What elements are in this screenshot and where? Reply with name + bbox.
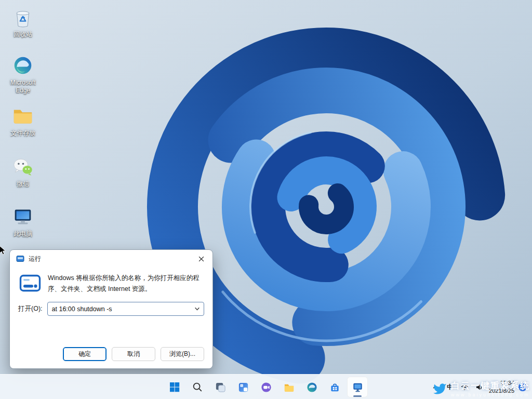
taskbar-center: [163, 375, 369, 399]
file-explorer-button[interactable]: [278, 377, 299, 397]
desktop-icon-microsoft-edge[interactable]: Microsoft Edge: [3, 54, 43, 95]
cancel-button[interactable]: 取消: [112, 347, 155, 361]
search-button[interactable]: [187, 377, 208, 397]
run-program-icon: [19, 273, 41, 293]
this-pc-icon: [11, 205, 35, 229]
run-command-combobox[interactable]: [47, 302, 204, 316]
taskbar-clock[interactable]: 15:34 2021/8/25: [488, 379, 515, 395]
run-dialog-titlebar[interactable]: 运行: [10, 250, 212, 268]
task-view-icon: [215, 381, 227, 393]
ime-indicator[interactable]: 中: [444, 381, 456, 393]
chevron-up-icon[interactable]: [430, 381, 441, 393]
folder-icon: [11, 104, 35, 128]
recycle-bin-icon: [11, 5, 35, 29]
run-dialog-title: 运行: [29, 255, 41, 263]
store-icon: [329, 381, 341, 393]
desktop-icon-this-pc[interactable]: 此电脑: [3, 205, 43, 238]
mouse-cursor: [0, 245, 6, 256]
notification-badge[interactable]: 2: [518, 383, 527, 391]
chevron-down-icon[interactable]: [190, 302, 204, 315]
store-button[interactable]: [324, 377, 345, 397]
task-view-button[interactable]: [210, 377, 231, 397]
file-explorer-icon: [283, 381, 295, 393]
clock-date: 2021/8/25: [489, 387, 514, 395]
widgets-button[interactable]: [233, 377, 254, 397]
start-icon: [168, 381, 181, 393]
desktop-icon-label: Microsoft Edge: [3, 79, 43, 95]
desktop-icon-label: 文件存放: [10, 129, 35, 137]
wechat-icon: [11, 155, 35, 179]
chat-icon: [260, 381, 272, 393]
desktop-icon-label: 微信: [17, 180, 29, 188]
taskbar-tray: 中 15:34 2021/8/25 2: [430, 375, 532, 399]
taskbar: 中 15:34 2021/8/25 2: [0, 374, 532, 399]
run-dialog-description: Windows 将根据你所输入的名称，为你打开相应的程序、文件夹、文档或 Int…: [48, 273, 204, 294]
reinstall-tool-button[interactable]: [347, 377, 368, 397]
reinstall-tool-icon: [352, 381, 364, 393]
desktop-icon-label: 回收站: [14, 31, 32, 38]
run-dialog-titlebar-icon: [16, 255, 24, 263]
search-icon: [192, 381, 203, 393]
ok-button[interactable]: 确定: [63, 347, 107, 361]
edge-taskbar-icon: [306, 381, 318, 393]
run-command-input[interactable]: [48, 302, 190, 315]
desktop-icon-file-storage[interactable]: 文件存放: [3, 104, 43, 137]
desktop: 回收站 Microsoft Edge 文件存放: [0, 0, 532, 399]
edge-icon: [11, 54, 35, 77]
chat-button[interactable]: [256, 377, 276, 397]
desktop-icon-wechat[interactable]: 微信: [3, 155, 43, 188]
desktop-icon-label: 此电脑: [14, 230, 32, 238]
close-icon[interactable]: [190, 250, 212, 268]
start-button[interactable]: [164, 377, 185, 397]
open-label: 打开(O):: [18, 304, 43, 313]
run-dialog-body: Windows 将根据你所输入的名称，为你打开相应的程序、文件夹、文档或 Int…: [10, 268, 212, 368]
browse-button[interactable]: 浏览(B)...: [161, 347, 204, 361]
desktop-icon-recycle-bin[interactable]: 回收站: [3, 5, 43, 38]
clock-time: 15:34: [489, 379, 514, 387]
network-icon[interactable]: [459, 381, 470, 393]
run-dialog: 运行 Windows 将根据你所输入的名称，为你打开相应的程序、文件夹、文档或: [9, 249, 213, 369]
volume-icon[interactable]: [473, 381, 485, 393]
widgets-icon: [237, 381, 249, 393]
edge-button[interactable]: [301, 377, 322, 397]
